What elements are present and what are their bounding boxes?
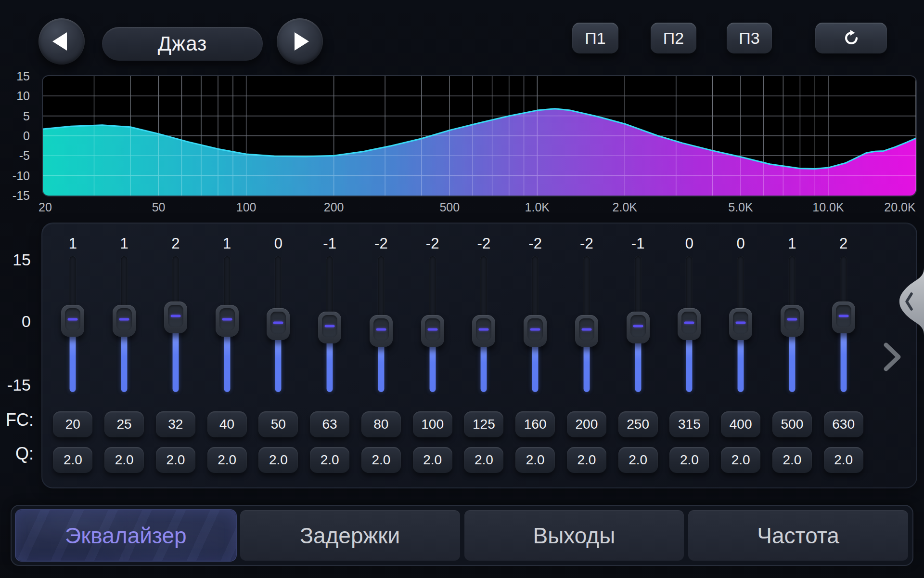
fc-value-button[interactable]: 400 (721, 411, 760, 437)
fc-value-button[interactable]: 500 (772, 411, 812, 437)
slider-thumb[interactable] (781, 305, 804, 337)
tab-frequency[interactable]: Частота (688, 510, 908, 561)
slider-thumb[interactable] (678, 308, 701, 340)
slider-thumb[interactable] (575, 315, 598, 347)
memory-slot-1-button[interactable]: П1 (572, 23, 618, 53)
gain-slider[interactable] (729, 256, 752, 392)
q-value-button[interactable]: 2.0 (53, 447, 92, 473)
preset-next-button[interactable] (277, 18, 323, 65)
collapse-handle[interactable] (895, 268, 924, 335)
tab-outputs[interactable]: Выходы (464, 510, 684, 561)
q-value-button[interactable]: 2.0 (824, 447, 863, 473)
q-value-button[interactable]: 2.0 (361, 447, 401, 473)
slider-thumb[interactable] (216, 305, 239, 337)
gain-slider[interactable] (164, 256, 187, 392)
preset-name[interactable]: Джаз (102, 27, 263, 61)
gain-slider[interactable] (472, 256, 495, 392)
band-gain-value: 1 (223, 233, 231, 254)
slider-thumb[interactable] (113, 305, 136, 337)
band-gain-value: 2 (839, 233, 847, 254)
thumb-inset (527, 318, 543, 341)
fc-value-button[interactable]: 63 (310, 411, 349, 437)
slider-thumb[interactable] (318, 312, 341, 343)
thumb-inset (373, 318, 389, 341)
q-value-button[interactable]: 2.0 (104, 447, 144, 473)
fc-value-button[interactable]: 40 (207, 411, 247, 437)
slider-fill (686, 336, 693, 392)
fc-row-label: FC: (0, 410, 34, 430)
gain-slider[interactable] (113, 256, 136, 392)
gain-slider[interactable] (575, 256, 598, 392)
thumb-dash-icon (684, 322, 694, 324)
slider-thumb[interactable] (729, 308, 752, 340)
fc-value-button[interactable]: 160 (515, 411, 555, 437)
gain-slider[interactable] (524, 256, 547, 392)
slider-thumb[interactable] (421, 315, 444, 347)
fc-value-button[interactable]: 315 (669, 411, 709, 437)
slider-thumb[interactable] (61, 305, 84, 337)
fc-value-button[interactable]: 250 (618, 411, 658, 437)
slider-thumb[interactable] (370, 315, 393, 347)
gain-slider[interactable] (421, 256, 444, 392)
slider-fill (481, 343, 487, 392)
fc-value-button[interactable]: 125 (464, 411, 503, 437)
fc-value-button[interactable]: 80 (361, 411, 401, 437)
band-gain-value: 0 (274, 233, 282, 254)
gain-slider[interactable] (781, 256, 804, 392)
gain-slider[interactable] (627, 256, 650, 392)
gain-slider[interactable] (318, 256, 341, 392)
band-gain-value: -2 (426, 233, 439, 254)
slider-fill (789, 333, 795, 392)
fc-value-button[interactable]: 200 (567, 411, 606, 437)
q-value-button[interactable]: 2.0 (258, 447, 298, 473)
more-bands-button[interactable] (882, 341, 903, 373)
thumb-inset (579, 318, 594, 341)
thumb-dash-icon (581, 328, 591, 331)
q-value-button[interactable]: 2.0 (515, 447, 555, 473)
slider-fill (738, 336, 744, 392)
preset-prev-button[interactable] (38, 18, 85, 65)
gain-slider[interactable] (678, 256, 701, 392)
fc-value-button[interactable]: 25 (104, 411, 144, 437)
slider-fill (172, 329, 179, 392)
fc-value-button[interactable]: 630 (824, 411, 863, 437)
gain-slider[interactable] (370, 256, 393, 392)
band-gain-value: 0 (685, 233, 693, 254)
slider-fill (275, 336, 282, 392)
q-value-button[interactable]: 2.0 (669, 447, 709, 473)
q-value-button[interactable]: 2.0 (464, 447, 503, 473)
slider-thumb[interactable] (267, 308, 290, 340)
q-value-button[interactable]: 2.0 (310, 447, 349, 473)
fc-value-button[interactable]: 20 (53, 411, 92, 437)
gain-slider[interactable] (61, 256, 84, 392)
memory-slot-3-button[interactable]: П3 (727, 23, 772, 53)
gain-slider[interactable] (832, 256, 855, 392)
slider-thumb[interactable] (164, 302, 187, 333)
tab-equalizer[interactable]: Эквалайзер (16, 510, 236, 561)
band-gain-value: 2 (171, 233, 180, 254)
slider-thumb[interactable] (627, 312, 650, 343)
q-value-button[interactable]: 2.0 (772, 447, 812, 473)
reset-button[interactable] (815, 23, 887, 53)
q-value-button[interactable]: 2.0 (413, 447, 452, 473)
band-gain-value: 0 (737, 233, 745, 254)
fc-value-button[interactable]: 50 (258, 411, 298, 437)
chevron-right-icon (882, 341, 903, 373)
slider-thumb[interactable] (832, 302, 855, 333)
right-triangle-icon (295, 32, 309, 51)
memory-slot-2-button[interactable]: П2 (651, 23, 696, 53)
q-value-button[interactable]: 2.0 (156, 447, 195, 473)
tab-delays[interactable]: Задержки (240, 510, 460, 561)
q-value-button[interactable]: 2.0 (618, 447, 658, 473)
gain-slider[interactable] (267, 256, 290, 392)
slider-thumb[interactable] (472, 315, 495, 347)
slider-thumb[interactable] (524, 315, 547, 347)
q-value-button[interactable]: 2.0 (207, 447, 247, 473)
x-axis-tick-label: 200 (324, 200, 344, 214)
fc-value-button[interactable]: 32 (156, 411, 195, 437)
q-value-button[interactable]: 2.0 (721, 447, 760, 473)
thumb-dash-icon (68, 318, 78, 320)
fc-value-button[interactable]: 100 (413, 411, 452, 437)
gain-slider[interactable] (216, 256, 239, 392)
q-value-button[interactable]: 2.0 (567, 447, 606, 473)
